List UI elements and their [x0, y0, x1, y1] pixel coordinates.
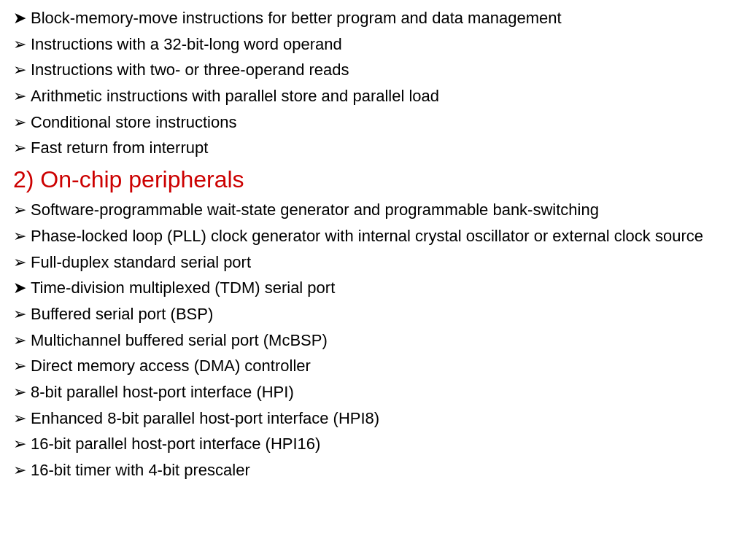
bullet-arrow-icon: ➢ [13, 303, 26, 325]
bullet-arrow-icon: ➢ [13, 252, 26, 273]
bullet-arrow-icon: ➢ [13, 459, 26, 481]
bullet-arrow-icon: ➢ [13, 112, 26, 133]
bullet-arrow-icon: ➢ [13, 137, 26, 159]
list-item-text: 16-bit timer with 4-bit prescaler [31, 459, 734, 481]
list-item-text: 16-bit parallel host-port interface (HPI… [31, 433, 734, 455]
list-item-text: Block-memory-move instructions for bette… [31, 7, 734, 29]
list-item: ➢Instructions with a 32-bit-long word op… [13, 34, 734, 55]
list-item-text: Instructions with two- or three-operand … [31, 59, 734, 81]
list-item: ➢Conditional store instructions [13, 112, 734, 133]
list-item-text: Arithmetic instructions with parallel st… [31, 85, 734, 107]
bullet-arrow-icon: ➢ [13, 59, 26, 81]
list-item-text: Multichannel buffered serial port (McBSP… [31, 330, 734, 351]
list-item: ➢Full-duplex standard serial port [13, 252, 734, 273]
list-item: ➢Arithmetic instructions with parallel s… [13, 85, 734, 107]
list-item: ➢Phase-locked loop (PLL) clock generator… [13, 225, 734, 247]
list-item: ➢Direct memory access (DMA) controller [13, 355, 734, 377]
list-item-text: Enhanced 8-bit parallel host-port interf… [31, 408, 734, 429]
bullet-arrow-icon: ➢ [13, 85, 26, 107]
bullet-arrow-icon: ➢ [13, 199, 26, 221]
list-item-text: Phase-locked loop (PLL) clock generator … [31, 225, 734, 247]
list-item-text: Direct memory access (DMA) controller [31, 355, 734, 377]
bullet-arrow-icon: ➢ [13, 330, 26, 351]
bullet-arrow-icon: ➢ [13, 408, 26, 429]
list-item-text: Software-programmable wait-state generat… [31, 199, 734, 221]
list-item: ➢Software-programmable wait-state genera… [13, 199, 734, 221]
list-item-text: Conditional store instructions [31, 112, 734, 133]
list-item: ➢16-bit parallel host-port interface (HP… [13, 433, 734, 455]
list-item-text: 8-bit parallel host-port interface (HPI) [31, 381, 734, 403]
bullet-arrow-icon: ➢ [13, 225, 26, 247]
list-item: ➢Buffered serial port (BSP) [13, 303, 734, 325]
list-item: ➢Fast return from interrupt [13, 137, 734, 159]
list-item: ➢Multichannel buffered serial port (McBS… [13, 330, 734, 351]
list-item: ➤Block-memory-move instructions for bett… [13, 7, 734, 29]
bullet-arrow-icon: ➢ [13, 355, 26, 377]
section-heading: 2) On-chip peripherals [13, 166, 734, 193]
list-item-text: Full-duplex standard serial port [31, 252, 734, 273]
list-item: ➢8-bit parallel host-port interface (HPI… [13, 381, 734, 403]
bullet-arrow-icon: ➤ [13, 277, 26, 299]
list-item-text: Fast return from interrupt [31, 137, 734, 159]
list-item: ➢Enhanced 8-bit parallel host-port inter… [13, 408, 734, 429]
bullet-arrow-icon: ➢ [13, 433, 26, 455]
list-item: ➢16-bit timer with 4-bit prescaler [13, 459, 734, 481]
bullet-arrow-icon: ➢ [13, 34, 26, 55]
list-item-text: Buffered serial port (BSP) [31, 303, 734, 325]
bullet-arrow-icon: ➤ [13, 7, 26, 29]
list-item-text: Instructions with a 32-bit-long word ope… [31, 34, 734, 55]
list-item: ➤Time-division multiplexed (TDM) serial … [13, 277, 734, 299]
list-item-text: Time-division multiplexed (TDM) serial p… [31, 277, 734, 299]
bullet-arrow-icon: ➢ [13, 381, 26, 403]
list-item: ➢Instructions with two- or three-operand… [13, 59, 734, 81]
